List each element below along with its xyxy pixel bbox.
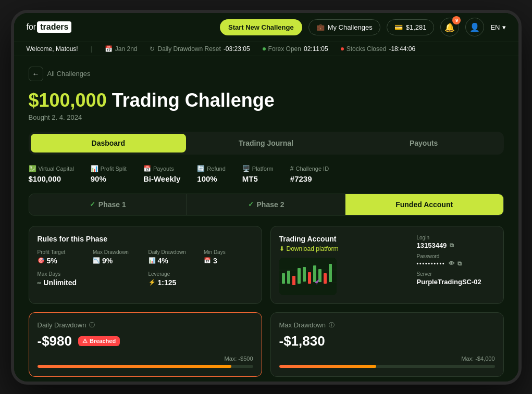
daily-drawdown-icon: 📊 — [149, 257, 156, 264]
tab-dashboard[interactable]: Dasboard — [31, 134, 187, 152]
payouts-value: Bi-Weekly — [143, 174, 180, 183]
virtual-capital-icon: 💹 — [29, 165, 36, 172]
stat-profit-split: 📊 Profit Split 90% — [91, 165, 127, 183]
svg-rect-12 — [329, 264, 332, 282]
rules-title: Rules for this Phase — [38, 235, 253, 243]
navbar: for traders Start New Challenge 💼 My Cha… — [14, 13, 518, 42]
refund-value: 100% — [197, 174, 225, 183]
notification-badge: 9 — [452, 16, 461, 24]
chart-thumbnail — [279, 258, 337, 295]
tab-payouts[interactable]: Payouts — [346, 134, 502, 152]
tabs-container: Dasboard Trading Journal Payouts — [29, 132, 504, 155]
svg-rect-3 — [282, 273, 285, 284]
daily-drawdown-progress-bg — [38, 365, 253, 368]
max-drawdown-title: Max Drawdown — [279, 321, 326, 329]
daily-drawdown-card: Daily Drawdown ⓘ -$980 ⚠ Breached Max: -… — [29, 312, 262, 377]
user-button[interactable]: 👤 — [465, 18, 484, 36]
show-password-button[interactable]: 👁 — [449, 260, 454, 266]
briefcase-icon: 💼 — [316, 23, 325, 31]
max-drawdown-value: 9% — [102, 257, 113, 265]
balance-button[interactable]: 💳 $1,281 — [387, 19, 435, 35]
download-icon: ⬇ — [279, 245, 284, 252]
profit-target-value: 5% — [47, 257, 57, 265]
refund-icon: 🔄 — [197, 165, 205, 172]
main-content: ← All Challenges $100,000 Trading Challe… — [14, 56, 518, 382]
password-value: •••••••••• — [417, 261, 446, 266]
daily-drawdown-progress-fill — [38, 365, 232, 368]
password-field: Password •••••••••• 👁 ⧉ — [417, 253, 495, 267]
rule-profit-target: Profit Target 🎯 5% — [38, 249, 87, 265]
max-drawdown-icon: 📉 — [93, 257, 100, 264]
stat-platform: 🖥️ Platform MT5 — [242, 165, 274, 183]
language-button[interactable]: EN ▾ — [490, 23, 505, 31]
challenge-id-value: #7239 — [290, 174, 329, 183]
copy-login-button[interactable]: ⧉ — [450, 242, 454, 249]
profit-target-icon: 🎯 — [38, 257, 45, 264]
leverage-icon: ⚡ — [149, 279, 156, 286]
screen: for traders Start New Challenge 💼 My Cha… — [14, 13, 518, 382]
trading-account-right: Login 13153449 ⧉ Password •••••••••• 👁 — [417, 235, 495, 295]
svg-rect-8 — [308, 272, 311, 284]
login-value: 13153449 — [417, 242, 447, 249]
my-challenges-button[interactable]: 💼 My Challenges — [308, 19, 380, 35]
server-value: PurpleTradingSC-02 — [417, 278, 481, 286]
rules-grid-bottom: Max Days ∞ Unlimited Leverage ⚡ 1:125 — [38, 271, 253, 287]
platform-icon: 🖥️ — [242, 165, 250, 172]
funded-account-tab[interactable]: Funded Account — [345, 194, 503, 215]
funded-account-label: Funded Account — [395, 200, 453, 209]
chevron-down-icon: ▾ — [502, 23, 506, 31]
max-drawdown-info-icon[interactable]: ⓘ — [329, 321, 335, 329]
phase2-tab[interactable]: ✓ Phase 2 — [187, 194, 345, 215]
min-days-icon: 📅 — [204, 257, 211, 264]
trading-account-card: Trading Account ⬇ Download platform — [270, 226, 504, 304]
leverage-value: 1:125 — [158, 278, 177, 287]
stats-row: 💹 Virtual Capital $100,000 📊 Profit Spli… — [29, 165, 504, 183]
date-item: 📅 Jan 2nd — [105, 45, 138, 53]
trading-account-title: Trading Account — [279, 235, 411, 243]
daily-drawdown-info-icon[interactable]: ⓘ — [89, 321, 95, 329]
title-amount: $100,000 — [29, 90, 107, 111]
page-title: $100,000 Trading Challenge — [29, 90, 504, 111]
challenge-id-icon: # — [290, 165, 294, 172]
page-subtitle: Bought 2. 4. 2024 — [29, 113, 504, 121]
svg-rect-5 — [292, 276, 295, 285]
breadcrumb: All Challenges — [47, 70, 91, 78]
wallet-icon: 💳 — [394, 23, 403, 31]
svg-rect-11 — [324, 273, 327, 284]
drawdown-grid: Daily Drawdown ⓘ -$980 ⚠ Breached Max: -… — [29, 312, 504, 377]
tab-trading-journal[interactable]: Trading Journal — [188, 134, 344, 152]
info-bar: Welcome, Matous! | 📅 Jan 2nd ↻ Daily Dra… — [14, 42, 518, 56]
phase1-label: Phase 1 — [98, 200, 126, 209]
max-days-value: Unlimited — [43, 278, 77, 287]
download-platform-link[interactable]: ⬇ Download platform — [279, 245, 411, 252]
nav-right: Start New Challenge 💼 My Challenges 💳 $1… — [220, 18, 506, 36]
stat-payouts: 📅 Payouts Bi-Weekly — [143, 165, 180, 183]
rule-daily-drawdown: Daily Drawdown 📊 4% — [149, 249, 198, 265]
back-link[interactable]: ← All Challenges — [29, 67, 504, 81]
server-field: Server PurpleTradingSC-02 — [417, 271, 495, 286]
trading-account-left: Trading Account ⬇ Download platform — [279, 235, 411, 295]
rule-max-drawdown: Max Drawdown 📉 9% — [93, 249, 142, 265]
max-drawdown-card: Max Drawdown ⓘ -$1,830 Max: -$4,000 — [270, 312, 504, 377]
warning-icon: ⚠ — [82, 338, 88, 345]
daily-drawdown-title: Daily Drawdown — [38, 321, 86, 329]
max-drawdown-value: -$1,830 — [279, 333, 325, 349]
phase-tabs: ✓ Phase 1 ✓ Phase 2 Funded Account — [29, 194, 504, 215]
rules-card: Rules for this Phase Profit Target 🎯 5% … — [29, 226, 262, 304]
forex-status-dot — [263, 47, 266, 50]
svg-rect-4 — [287, 271, 290, 284]
forex-item: Forex Open 02:11:05 — [263, 45, 328, 53]
breach-badge: ⚠ Breached — [78, 336, 120, 346]
phase1-tab[interactable]: ✓ Phase 1 — [29, 194, 188, 215]
daily-drawdown-value: 4% — [158, 257, 168, 265]
stat-challenge-id: # Challenge ID #7239 — [290, 165, 329, 183]
copy-password-button[interactable]: ⧉ — [457, 260, 462, 267]
back-arrow-button[interactable]: ← — [29, 67, 43, 81]
start-challenge-button[interactable]: Start New Challenge — [220, 19, 302, 35]
virtual-capital-value: $100,000 — [29, 174, 74, 183]
max-days-icon: ∞ — [38, 279, 42, 286]
notifications-button[interactable]: 🔔 9 — [440, 18, 459, 36]
daily-drawdown-value: -$980 — [38, 333, 72, 349]
refresh-icon: ↻ — [150, 45, 155, 53]
profit-split-icon: 📊 — [91, 165, 98, 172]
